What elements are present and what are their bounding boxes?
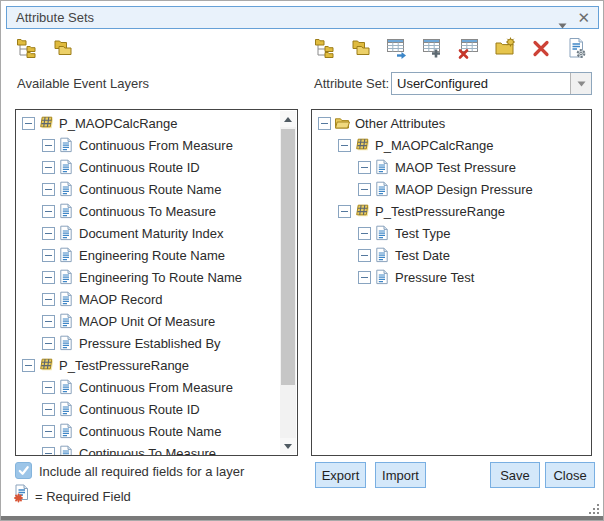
scrollbar-thumb[interactable] [281, 129, 295, 385]
tree-item[interactable]: Document Maturity Index [16, 222, 280, 244]
close-icon[interactable]: ✕ [577, 10, 590, 25]
tree-item[interactable]: P_MAOPCalcRange [312, 134, 591, 156]
tree-item-label: MAOP Test Pressure [395, 160, 516, 175]
tree-item[interactable]: P_MAOPCalcRange [16, 112, 280, 134]
tree-item[interactable]: Continuous From Measure [16, 134, 280, 156]
collapse-minus-icon[interactable] [42, 403, 55, 416]
attribute-set-dropdown[interactable]: UserConfigured [391, 72, 592, 95]
tree-item[interactable]: Continuous Route Name [16, 420, 280, 442]
field-icon [58, 313, 74, 329]
tree-item-label: Continuous Route ID [79, 160, 200, 175]
save-button[interactable]: Save [490, 462, 540, 488]
layer-tree-icon[interactable] [15, 36, 39, 60]
folders-icon[interactable] [349, 36, 373, 60]
tree-item[interactable]: P_TestPressureRange [312, 200, 591, 222]
export-button[interactable]: Export [315, 462, 366, 488]
field-icon [58, 225, 74, 241]
document-gear-icon[interactable] [565, 36, 589, 60]
collapse-minus-icon[interactable] [318, 117, 331, 130]
layer-tree-icon[interactable] [313, 36, 337, 60]
tree-item-label: Continuous From Measure [79, 138, 233, 153]
table-plus-icon[interactable] [421, 36, 445, 60]
tree-item[interactable]: MAOP Design Pressure [312, 178, 591, 200]
tree-item[interactable]: Continuous Route Name [16, 178, 280, 200]
collapse-minus-icon[interactable] [42, 183, 55, 196]
layer-icon [38, 115, 54, 131]
tree-item[interactable]: MAOP Unit Of Measure [16, 310, 280, 332]
folder-icon [334, 115, 350, 131]
field-icon [374, 181, 390, 197]
dropdown-arrow-icon[interactable] [570, 73, 591, 94]
collapse-minus-icon[interactable] [22, 359, 35, 372]
include-required-fields-checkbox[interactable] [15, 462, 32, 479]
field-icon [374, 159, 390, 175]
vertical-scrollbar[interactable] [280, 111, 296, 454]
tree-item[interactable]: Continuous To Measure [16, 442, 280, 456]
collapse-minus-icon[interactable] [338, 139, 351, 152]
scroll-down-icon[interactable] [280, 438, 296, 454]
tree-item[interactable]: P_TestPressureRange [16, 354, 280, 376]
tree-item[interactable]: Engineering Route Name [16, 244, 280, 266]
tree-item[interactable]: Pressure Established By [16, 332, 280, 354]
title-bar[interactable]: Attribute Sets ✕ [6, 6, 599, 29]
collapse-minus-icon[interactable] [42, 447, 55, 457]
red-x-icon[interactable] [529, 36, 553, 60]
tree-item[interactable]: Test Date [312, 244, 591, 266]
tree-item[interactable]: Test Type [312, 222, 591, 244]
required-field-icon [13, 484, 30, 507]
collapse-minus-icon[interactable] [42, 161, 55, 174]
tree-item[interactable]: Pressure Test [312, 266, 591, 288]
tree-item[interactable]: Continuous Route ID [16, 398, 280, 420]
collapse-minus-icon[interactable] [42, 337, 55, 350]
collapse-minus-icon[interactable] [42, 249, 55, 262]
tree-item[interactable]: MAOP Record [16, 288, 280, 310]
collapse-minus-icon[interactable] [22, 117, 35, 130]
collapse-minus-icon[interactable] [42, 227, 55, 240]
collapse-minus-icon[interactable] [42, 315, 55, 328]
folder-gear-icon[interactable] [493, 36, 517, 60]
collapse-minus-icon[interactable] [358, 227, 371, 240]
collapse-minus-icon[interactable] [42, 139, 55, 152]
tree-item-label: MAOP Unit Of Measure [79, 314, 215, 329]
collapse-minus-icon[interactable] [358, 249, 371, 262]
resize-grip[interactable] [587, 502, 599, 514]
field-icon [374, 247, 390, 263]
tree-item[interactable]: MAOP Test Pressure [312, 156, 591, 178]
collapse-minus-icon[interactable] [42, 205, 55, 218]
tree-item[interactable]: Continuous From Measure [16, 376, 280, 398]
field-icon [58, 181, 74, 197]
import-button[interactable]: Import [375, 462, 426, 488]
field-icon [58, 379, 74, 395]
attribute-sets-dialog: Attribute Sets ✕ [0, 0, 604, 521]
collapse-minus-icon[interactable] [42, 293, 55, 306]
tree-item-label: Continuous To Measure [79, 446, 216, 457]
tree-item-label: Other Attributes [355, 116, 445, 131]
close-button[interactable]: Close [545, 462, 595, 488]
tree-item[interactable]: Other Attributes [312, 112, 591, 134]
tree-item-label: Test Type [395, 226, 450, 241]
tree-item-label: Continuous Route ID [79, 402, 200, 417]
tree-item[interactable]: Continuous To Measure [16, 200, 280, 222]
tree-item-label: Engineering Route Name [79, 248, 225, 263]
layer-icon [38, 357, 54, 373]
collapse-minus-icon[interactable] [42, 425, 55, 438]
table-arrow-icon[interactable] [385, 36, 409, 60]
collapse-minus-icon[interactable] [358, 183, 371, 196]
tree-item[interactable]: Continuous Route ID [16, 156, 280, 178]
attribute-set-tree: Other AttributesP_MAOPCalcRangeMAOP Test… [312, 112, 591, 288]
collapse-minus-icon[interactable] [42, 381, 55, 394]
folders-icon[interactable] [51, 36, 75, 60]
tree-item[interactable]: Engineering To Route Name [16, 266, 280, 288]
field-icon [58, 291, 74, 307]
scroll-up-icon[interactable] [280, 111, 296, 127]
field-icon [374, 225, 390, 241]
field-icon [374, 269, 390, 285]
collapse-arrow-icon[interactable] [558, 15, 567, 21]
collapse-minus-icon[interactable] [358, 271, 371, 284]
collapse-minus-icon[interactable] [338, 205, 351, 218]
field-icon [58, 247, 74, 263]
tree-item-label: Continuous Route Name [79, 424, 221, 439]
table-delete-icon[interactable] [457, 36, 481, 60]
collapse-minus-icon[interactable] [358, 161, 371, 174]
collapse-minus-icon[interactable] [42, 271, 55, 284]
